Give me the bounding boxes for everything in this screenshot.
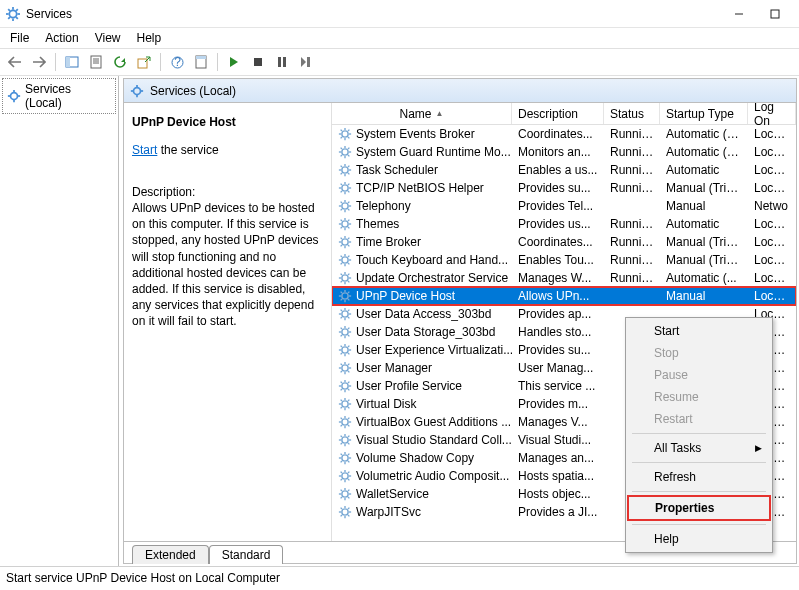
svg-line-105: [348, 263, 349, 264]
ctx-all-tasks[interactable]: All Tasks▶: [628, 437, 770, 459]
menu-view[interactable]: View: [87, 29, 129, 47]
svg-point-180: [342, 419, 348, 425]
ctx-start[interactable]: Start: [628, 320, 770, 342]
svg-line-116: [348, 274, 349, 275]
ctx-sep: [632, 462, 766, 463]
service-desc-cell: This service ...: [512, 379, 604, 393]
restart-service-button[interactable]: [295, 51, 317, 73]
stop-service-button[interactable]: [247, 51, 269, 73]
service-name-cell: Update Orchestrator Service: [356, 271, 508, 285]
svg-line-176: [341, 400, 342, 401]
service-startup-cell: Manual (Trig...: [660, 181, 748, 195]
svg-line-213: [348, 479, 349, 480]
service-desc-cell: Provides su...: [512, 343, 604, 357]
svg-line-70: [341, 191, 342, 192]
svg-line-214: [341, 479, 342, 480]
service-startup-cell: Manual (Trig...: [660, 253, 748, 267]
selected-service-name: UPnP Device Host: [132, 115, 323, 129]
svg-line-186: [348, 425, 349, 426]
service-logon-cell: Local S: [748, 181, 796, 195]
service-status-cell: Running: [604, 127, 660, 141]
svg-point-207: [342, 473, 348, 479]
service-desc-cell: Coordinates...: [512, 127, 604, 141]
service-row[interactable]: TelephonyProvides Tel...ManualNetwo: [332, 197, 796, 215]
svg-line-205: [341, 461, 342, 462]
gear-icon: [338, 181, 352, 195]
svg-line-222: [348, 497, 349, 498]
svg-line-62: [348, 166, 349, 167]
svg-line-170: [348, 382, 349, 383]
svg-line-123: [348, 299, 349, 300]
col-description[interactable]: Description: [512, 103, 604, 124]
svg-line-158: [341, 364, 342, 365]
svg-line-43: [341, 137, 342, 138]
service-desc-cell: Manages W...: [512, 271, 604, 285]
col-name[interactable]: Name▲: [332, 103, 512, 124]
menu-help[interactable]: Help: [129, 29, 170, 47]
svg-point-31: [134, 87, 141, 94]
service-name-cell: User Experience Virtualizati...: [356, 343, 512, 357]
svg-point-45: [342, 149, 348, 155]
svg-line-230: [341, 508, 342, 509]
svg-line-44: [348, 130, 349, 131]
svg-line-143: [348, 328, 349, 329]
description-label: Description:: [132, 185, 323, 199]
tab-standard[interactable]: Standard: [209, 545, 284, 564]
service-name-cell: User Data Storage_303bd: [356, 325, 495, 339]
service-startup-cell: Automatic: [660, 163, 748, 177]
filter-button[interactable]: [190, 51, 212, 73]
menu-file[interactable]: File: [2, 29, 37, 47]
gear-icon: [338, 199, 352, 213]
description-text: Allows UPnP devices to be hosted on this…: [132, 200, 323, 330]
svg-point-144: [342, 347, 348, 353]
svg-line-142: [341, 335, 342, 336]
tab-extended[interactable]: Extended: [132, 545, 209, 564]
service-row[interactable]: System Events BrokerCoordinates...Runnin…: [332, 125, 796, 143]
service-name-cell: TCP/IP NetBIOS Helper: [356, 181, 484, 195]
col-logon[interactable]: Log On: [748, 103, 796, 124]
svg-line-78: [348, 209, 349, 210]
pause-service-button[interactable]: [271, 51, 293, 73]
svg-line-59: [341, 166, 342, 167]
start-service-button[interactable]: [223, 51, 245, 73]
service-name-cell: UPnP Device Host: [356, 289, 455, 303]
service-row[interactable]: UPnP Device HostAllows UPn...ManualLocal…: [332, 287, 796, 305]
ctx-help[interactable]: Help: [628, 528, 770, 550]
help-toolbar-button[interactable]: ?: [166, 51, 188, 73]
ctx-properties[interactable]: Properties: [629, 497, 769, 519]
service-name-cell: Volumetric Audio Composit...: [356, 469, 509, 483]
start-link[interactable]: Start: [132, 143, 157, 157]
minimize-button[interactable]: [721, 2, 757, 26]
info-panel: UPnP Device Host Start the service Descr…: [124, 103, 332, 541]
svg-text:?: ?: [174, 56, 181, 69]
refresh-button[interactable]: [109, 51, 131, 73]
properties-toolbar-button[interactable]: [85, 51, 107, 73]
col-startup-type[interactable]: Startup Type: [660, 103, 748, 124]
export-list-button[interactable]: [133, 51, 155, 73]
service-row[interactable]: Update Orchestrator ServiceManages W...R…: [332, 269, 796, 287]
service-row[interactable]: Task SchedulerEnables a us...RunningAuto…: [332, 161, 796, 179]
ctx-refresh[interactable]: Refresh: [628, 466, 770, 488]
menu-action[interactable]: Action: [37, 29, 86, 47]
show-hide-tree-button[interactable]: [61, 51, 83, 73]
service-status-cell: Running: [604, 271, 660, 285]
maximize-button[interactable]: [757, 2, 793, 26]
service-row[interactable]: Touch Keyboard and Hand...Enables Tou...…: [332, 251, 796, 269]
service-row[interactable]: System Guard Runtime Mo...Monitors an...…: [332, 143, 796, 161]
gear-icon: [338, 451, 352, 465]
gear-icon: [338, 505, 352, 519]
svg-line-77: [341, 202, 342, 203]
service-row[interactable]: Time BrokerCoordinates...RunningManual (…: [332, 233, 796, 251]
svg-line-179: [348, 400, 349, 401]
service-row[interactable]: ThemesProvides us...RunningAutomaticLoca…: [332, 215, 796, 233]
tree-item-services-local[interactable]: Services (Local): [2, 78, 116, 114]
forward-button[interactable]: [28, 51, 50, 73]
back-button[interactable]: [4, 51, 26, 73]
svg-line-140: [341, 328, 342, 329]
svg-point-135: [342, 329, 348, 335]
svg-line-141: [348, 335, 349, 336]
service-logon-cell: Local S: [748, 217, 796, 231]
service-row[interactable]: TCP/IP NetBIOS HelperProvides su...Runni…: [332, 179, 796, 197]
col-status[interactable]: Status: [604, 103, 660, 124]
svg-line-187: [341, 425, 342, 426]
